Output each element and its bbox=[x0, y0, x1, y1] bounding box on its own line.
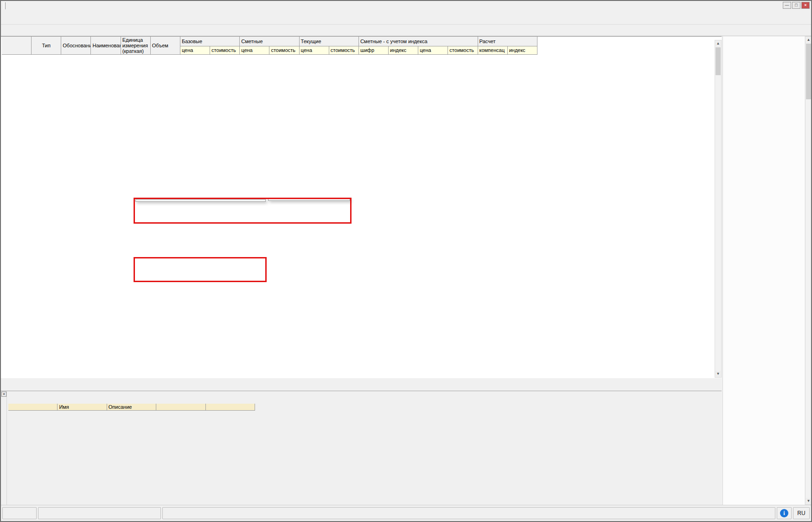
scroll-down-icon[interactable]: ▼ bbox=[715, 371, 721, 377]
group-header-estimate[interactable]: Сметные bbox=[240, 37, 299, 46]
application-window: — □ × Тип Обоснование Наименование Едини… bbox=[0, 0, 812, 522]
status-segment bbox=[162, 507, 775, 519]
sub-header-index[interactable]: индекс bbox=[508, 46, 537, 55]
view-tabs bbox=[1, 378, 722, 391]
sub-header-cost[interactable]: стоимость bbox=[329, 46, 359, 55]
scrollbar-thumb[interactable] bbox=[806, 44, 811, 99]
window-vertical-scrollbar[interactable]: ▲ ▼ bbox=[805, 36, 812, 505]
window-controls: — □ × bbox=[783, 2, 810, 9]
right-pane bbox=[722, 36, 805, 505]
group-header-base[interactable]: Базовые bbox=[180, 37, 240, 46]
sub-header-compensation[interactable]: компенсац bbox=[478, 46, 508, 55]
parameters-panel: Имя Описание bbox=[1, 391, 722, 505]
column-header-volume[interactable]: Объем bbox=[151, 37, 180, 55]
resource-table-header: Тип Обоснование Наименование Единица изм… bbox=[2, 37, 537, 55]
param-header-name[interactable]: Имя bbox=[58, 404, 107, 411]
menu-bar: — □ × bbox=[1, 1, 811, 11]
sub-header-price[interactable]: цена bbox=[180, 46, 210, 55]
param-header-value[interactable] bbox=[156, 404, 205, 411]
resource-table: Тип Обоснование Наименование Единица изм… bbox=[2, 37, 537, 55]
panel-side-strip bbox=[1, 391, 7, 505]
scroll-up-icon[interactable]: ▲ bbox=[806, 37, 812, 43]
sub-header-cost[interactable]: стоимость bbox=[210, 46, 240, 55]
param-header-flag[interactable] bbox=[206, 404, 255, 411]
main-toolbar bbox=[1, 11, 811, 25]
scroll-down-icon[interactable]: ▼ bbox=[806, 498, 812, 504]
column-header-name[interactable]: Наименование bbox=[91, 37, 121, 55]
scroll-up-icon[interactable]: ▲ bbox=[715, 40, 721, 47]
column-header-unit[interactable]: Единица измерения (краткая) bbox=[121, 37, 151, 55]
status-bar: RU bbox=[1, 505, 811, 521]
context-submenu bbox=[268, 198, 350, 201]
sub-header-price[interactable]: цена bbox=[240, 46, 269, 55]
parameters-table: Имя Описание bbox=[8, 404, 255, 411]
status-info-segment bbox=[777, 507, 792, 519]
indicator-column-header[interactable] bbox=[8, 404, 58, 411]
status-segment bbox=[38, 507, 161, 519]
maximize-button[interactable]: □ bbox=[792, 2, 800, 9]
close-button[interactable]: × bbox=[801, 2, 810, 9]
sub-header-cipher[interactable]: шифр bbox=[359, 46, 389, 55]
table-vertical-scrollbar[interactable]: ▲ ▼ bbox=[715, 40, 722, 378]
column-header-code[interactable]: Обоснование bbox=[61, 37, 91, 55]
group-header-calc[interactable]: Расчет bbox=[478, 37, 538, 46]
language-indicator[interactable]: RU bbox=[793, 507, 810, 519]
close-panel-icon[interactable] bbox=[1, 392, 6, 397]
sub-header-cost[interactable]: стоимость bbox=[269, 46, 299, 55]
group-header-indexed[interactable]: Сметные - с учетом индекса bbox=[359, 37, 478, 46]
toolbar-grip[interactable] bbox=[4, 2, 6, 9]
info-icon bbox=[780, 509, 788, 517]
context-menu bbox=[135, 199, 266, 202]
minimize-button[interactable]: — bbox=[783, 2, 791, 9]
views-toolbar bbox=[1, 25, 811, 36]
param-header-description[interactable]: Описание bbox=[107, 404, 156, 411]
sub-header-price[interactable]: цена bbox=[418, 46, 448, 55]
sub-header-cost[interactable]: стоимость bbox=[448, 46, 478, 55]
resource-grid-pane: Тип Обоснование Наименование Единица изм… bbox=[1, 36, 722, 378]
indicator-column-header[interactable] bbox=[2, 37, 32, 55]
scrollbar-thumb[interactable] bbox=[716, 47, 721, 75]
status-segment bbox=[2, 507, 37, 519]
sub-header-price[interactable]: цена bbox=[300, 46, 329, 55]
sub-header-index[interactable]: индекс bbox=[389, 46, 418, 55]
group-header-current[interactable]: Текущие bbox=[300, 37, 359, 46]
column-header-type[interactable]: Тип bbox=[32, 37, 61, 55]
